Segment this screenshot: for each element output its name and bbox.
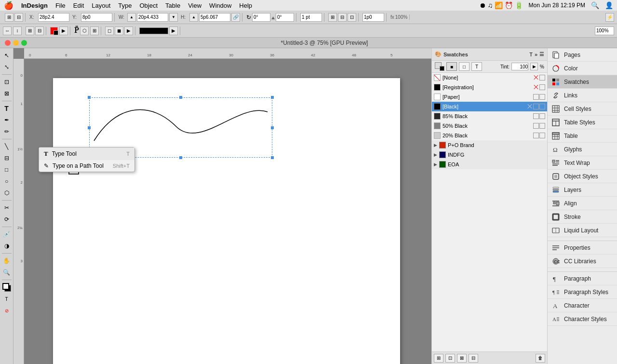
- minimize-btn[interactable]: [13, 40, 19, 46]
- new-color-group-btn[interactable]: ⊞: [434, 354, 443, 363]
- direct-select-tool[interactable]: ⤡: [1, 62, 12, 72]
- none-btn[interactable]: ⊘: [1, 305, 12, 316]
- rect-tool[interactable]: □: [1, 164, 12, 175]
- document-page[interactable]: [53, 78, 400, 364]
- swatch-black[interactable]: [Black]: [432, 102, 547, 111]
- close-btn[interactable]: [5, 40, 11, 46]
- frp-properties[interactable]: Properties: [548, 241, 617, 255]
- x-input[interactable]: [38, 13, 69, 22]
- align-right[interactable]: ⊡: [348, 13, 356, 22]
- dist-h[interactable]: ⊞: [26, 27, 34, 35]
- w-decrement[interactable]: ▲: [127, 13, 136, 22]
- search-icon[interactable]: 🔍: [591, 1, 599, 9]
- swatch-registration[interactable]: [Registration]: [432, 82, 547, 92]
- stroke-arrow[interactable]: ▶: [124, 27, 133, 35]
- gradient-tool[interactable]: ◑: [1, 241, 12, 251]
- swatch-paper[interactable]: [Paper]: [432, 92, 547, 102]
- distribute-btn[interactable]: ⊞: [90, 27, 99, 35]
- poly-tool[interactable]: ⬡: [1, 188, 12, 198]
- fill-arrow[interactable]: ▶: [59, 27, 68, 35]
- swatch-85black[interactable]: 85% Black: [432, 111, 547, 121]
- color-arrow[interactable]: ▶: [169, 27, 178, 35]
- tint-input[interactable]: [511, 63, 528, 70]
- apple-menu[interactable]: 🍎: [4, 1, 13, 10]
- free-transform-tool[interactable]: ⟳: [1, 214, 12, 225]
- flip-h[interactable]: ↔: [3, 27, 12, 35]
- type-tool-item[interactable]: T Type Tool T: [39, 148, 134, 160]
- swatch-50black[interactable]: 50% Black: [432, 121, 547, 131]
- frp-color[interactable]: Color: [548, 62, 617, 75]
- paragraph-btn[interactable]: ⬡: [80, 27, 89, 35]
- menu-edit[interactable]: Edit: [73, 2, 84, 9]
- stroke-btn2[interactable]: ◼: [115, 27, 123, 35]
- swatch-20black[interactable]: 20% Black: [432, 131, 547, 140]
- line-tool[interactable]: ╲: [1, 141, 12, 152]
- eyedropper-tool[interactable]: 💉: [1, 229, 12, 240]
- pts-input[interactable]: [362, 13, 384, 22]
- opacity-pct[interactable]: [595, 27, 614, 35]
- frp-text-wrap[interactable]: Text Wrap: [548, 156, 617, 170]
- h-input[interactable]: [199, 13, 230, 22]
- user-icon[interactable]: 👤: [605, 1, 613, 9]
- w-input[interactable]: [137, 13, 168, 22]
- new-swatch-btn[interactable]: ⊡: [445, 354, 455, 363]
- frp-character[interactable]: A Character: [548, 299, 617, 312]
- selection-tool[interactable]: ↖: [1, 50, 12, 61]
- frp-table[interactable]: Table: [548, 129, 617, 143]
- stroke-btn[interactable]: □: [459, 62, 469, 71]
- pen-tool[interactable]: ✒: [1, 115, 12, 125]
- menu-view[interactable]: View: [188, 2, 201, 9]
- app-name[interactable]: InDesign: [21, 2, 48, 9]
- ellipse-tool[interactable]: ○: [1, 176, 12, 187]
- menu-layout[interactable]: Layout: [92, 2, 110, 9]
- constrain-btn[interactable]: 🔗: [231, 13, 240, 22]
- fill-btn[interactable]: ■: [446, 62, 457, 71]
- type-on-path-tool-item[interactable]: ✎ Type on a Path Tool Shift+T: [39, 160, 134, 172]
- zoom-btn[interactable]: [21, 40, 27, 46]
- tint-stepper[interactable]: ▶: [530, 63, 538, 70]
- zoom-tool[interactable]: 🔍: [1, 267, 12, 278]
- frp-table-styles[interactable]: Table Styles: [548, 116, 617, 129]
- h-decrement[interactable]: ▲: [189, 13, 198, 22]
- scissors-tool[interactable]: ✂: [1, 202, 12, 213]
- frp-links[interactable]: Links: [548, 89, 617, 102]
- frp-cell-styles[interactable]: Cell Styles: [548, 102, 617, 116]
- group-eoa[interactable]: ▶ EOA: [432, 160, 547, 169]
- w-increment[interactable]: ▼: [169, 13, 178, 22]
- swatch-none[interactable]: [None]: [432, 73, 547, 82]
- t-icon[interactable]: T: [529, 52, 533, 57]
- menu-window[interactable]: Window: [209, 2, 231, 9]
- frp-layers[interactable]: Layers: [548, 183, 617, 197]
- frp-align[interactable]: Align: [548, 197, 617, 210]
- delete-swatch-btn[interactable]: 🗑: [536, 354, 545, 363]
- pencil-tool[interactable]: ✏: [1, 126, 12, 137]
- rect-frame-tool[interactable]: ⊟: [1, 153, 12, 163]
- group-po-brand[interactable]: ▶ P+O Brand: [432, 140, 547, 150]
- transform-btn[interactable]: ⊞: [5, 13, 13, 22]
- canvas-area[interactable]: 0 6 12 18 24 30 36 42 48 5 0 1 1½ 2 2¾ 3: [13, 48, 431, 364]
- page-tool[interactable]: ⊡: [1, 77, 12, 87]
- rotate-input[interactable]: [252, 13, 270, 22]
- frp-cc-libraries[interactable]: CC CC Libraries: [548, 255, 617, 268]
- menu-table[interactable]: Table: [165, 2, 180, 9]
- workspace-btn[interactable]: ⚡: [605, 13, 614, 22]
- frp-glyphs[interactable]: Ω Glyphs: [548, 143, 617, 156]
- align-center[interactable]: ⊟: [338, 13, 347, 22]
- text-btn[interactable]: T: [471, 62, 482, 71]
- hand-tool[interactable]: ✋: [1, 256, 12, 266]
- menu-type[interactable]: Type: [118, 2, 132, 9]
- stroke-input[interactable]: [300, 13, 322, 22]
- frp-paragraph-styles[interactable]: ¶ Paragraph Styles: [548, 285, 617, 299]
- frame-btn[interactable]: ⊟: [14, 13, 23, 22]
- dist-v[interactable]: ⊟: [35, 27, 44, 35]
- text-fill[interactable]: T: [1, 294, 12, 304]
- frp-stroke[interactable]: Stroke: [548, 210, 617, 224]
- frp-pages[interactable]: Pages: [548, 48, 617, 62]
- gap-tool[interactable]: ⊠: [1, 88, 12, 99]
- fill-color[interactable]: [50, 27, 58, 35]
- panel-menu-icon[interactable]: ☰: [539, 51, 544, 57]
- new-gradient-btn[interactable]: ⊟: [469, 354, 478, 363]
- flip-v[interactable]: ↕: [13, 27, 22, 35]
- shear-input[interactable]: [276, 13, 294, 22]
- expand-icon[interactable]: »: [535, 52, 537, 57]
